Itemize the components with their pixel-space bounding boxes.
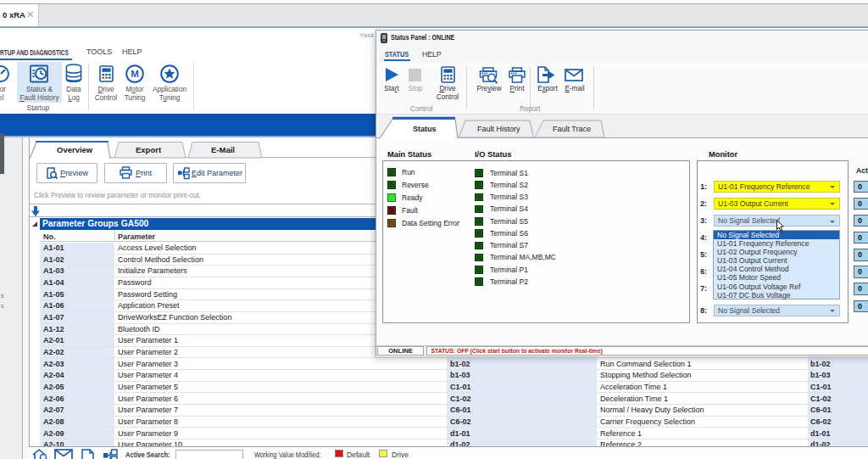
svg-text:M: M xyxy=(131,69,139,79)
